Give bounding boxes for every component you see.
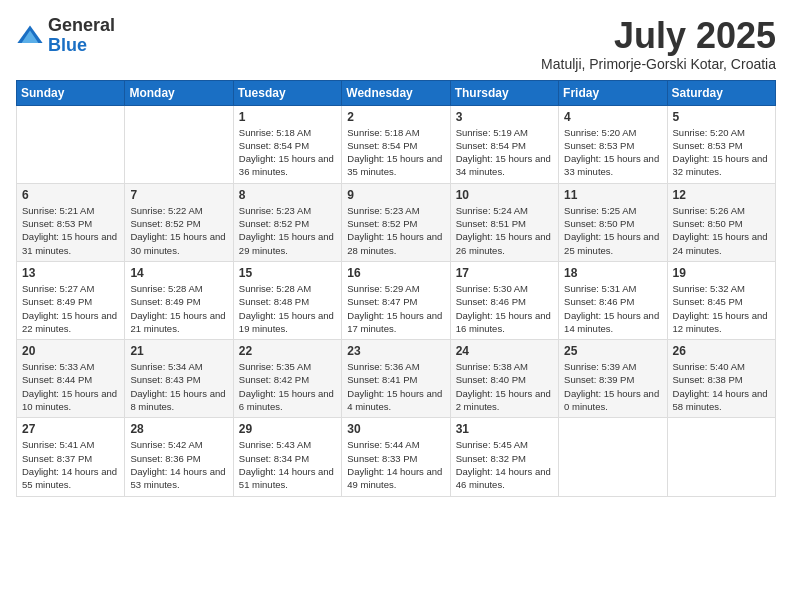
logo-blue: Blue bbox=[48, 36, 115, 56]
day-info: Sunrise: 5:42 AMSunset: 8:36 PMDaylight:… bbox=[130, 438, 227, 491]
calendar-cell: 22Sunrise: 5:35 AMSunset: 8:42 PMDayligh… bbox=[233, 340, 341, 418]
calendar-cell: 26Sunrise: 5:40 AMSunset: 8:38 PMDayligh… bbox=[667, 340, 775, 418]
day-number: 28 bbox=[130, 422, 227, 436]
day-info: Sunrise: 5:31 AMSunset: 8:46 PMDaylight:… bbox=[564, 282, 661, 335]
calendar-week-row: 27Sunrise: 5:41 AMSunset: 8:37 PMDayligh… bbox=[17, 418, 776, 496]
weekday-header: Saturday bbox=[667, 80, 775, 105]
calendar-cell: 8Sunrise: 5:23 AMSunset: 8:52 PMDaylight… bbox=[233, 183, 341, 261]
calendar-week-row: 20Sunrise: 5:33 AMSunset: 8:44 PMDayligh… bbox=[17, 340, 776, 418]
day-info: Sunrise: 5:43 AMSunset: 8:34 PMDaylight:… bbox=[239, 438, 336, 491]
calendar-cell: 21Sunrise: 5:34 AMSunset: 8:43 PMDayligh… bbox=[125, 340, 233, 418]
day-info: Sunrise: 5:40 AMSunset: 8:38 PMDaylight:… bbox=[673, 360, 770, 413]
day-info: Sunrise: 5:23 AMSunset: 8:52 PMDaylight:… bbox=[347, 204, 444, 257]
calendar-cell: 14Sunrise: 5:28 AMSunset: 8:49 PMDayligh… bbox=[125, 261, 233, 339]
day-info: Sunrise: 5:29 AMSunset: 8:47 PMDaylight:… bbox=[347, 282, 444, 335]
day-info: Sunrise: 5:20 AMSunset: 8:53 PMDaylight:… bbox=[673, 126, 770, 179]
calendar-cell: 2Sunrise: 5:18 AMSunset: 8:54 PMDaylight… bbox=[342, 105, 450, 183]
day-number: 10 bbox=[456, 188, 553, 202]
day-info: Sunrise: 5:44 AMSunset: 8:33 PMDaylight:… bbox=[347, 438, 444, 491]
day-info: Sunrise: 5:32 AMSunset: 8:45 PMDaylight:… bbox=[673, 282, 770, 335]
calendar-week-row: 13Sunrise: 5:27 AMSunset: 8:49 PMDayligh… bbox=[17, 261, 776, 339]
day-info: Sunrise: 5:35 AMSunset: 8:42 PMDaylight:… bbox=[239, 360, 336, 413]
day-info: Sunrise: 5:20 AMSunset: 8:53 PMDaylight:… bbox=[564, 126, 661, 179]
calendar-cell: 16Sunrise: 5:29 AMSunset: 8:47 PMDayligh… bbox=[342, 261, 450, 339]
day-info: Sunrise: 5:28 AMSunset: 8:49 PMDaylight:… bbox=[130, 282, 227, 335]
weekday-header-row: SundayMondayTuesdayWednesdayThursdayFrid… bbox=[17, 80, 776, 105]
day-number: 20 bbox=[22, 344, 119, 358]
calendar-cell bbox=[17, 105, 125, 183]
calendar-cell: 10Sunrise: 5:24 AMSunset: 8:51 PMDayligh… bbox=[450, 183, 558, 261]
day-info: Sunrise: 5:25 AMSunset: 8:50 PMDaylight:… bbox=[564, 204, 661, 257]
calendar-cell: 7Sunrise: 5:22 AMSunset: 8:52 PMDaylight… bbox=[125, 183, 233, 261]
day-info: Sunrise: 5:24 AMSunset: 8:51 PMDaylight:… bbox=[456, 204, 553, 257]
day-number: 16 bbox=[347, 266, 444, 280]
day-number: 8 bbox=[239, 188, 336, 202]
day-number: 25 bbox=[564, 344, 661, 358]
calendar-cell: 25Sunrise: 5:39 AMSunset: 8:39 PMDayligh… bbox=[559, 340, 667, 418]
day-info: Sunrise: 5:27 AMSunset: 8:49 PMDaylight:… bbox=[22, 282, 119, 335]
day-info: Sunrise: 5:28 AMSunset: 8:48 PMDaylight:… bbox=[239, 282, 336, 335]
weekday-header: Tuesday bbox=[233, 80, 341, 105]
day-info: Sunrise: 5:23 AMSunset: 8:52 PMDaylight:… bbox=[239, 204, 336, 257]
location-title: Matulji, Primorje-Gorski Kotar, Croatia bbox=[541, 56, 776, 72]
day-info: Sunrise: 5:18 AMSunset: 8:54 PMDaylight:… bbox=[347, 126, 444, 179]
calendar-cell: 30Sunrise: 5:44 AMSunset: 8:33 PMDayligh… bbox=[342, 418, 450, 496]
day-info: Sunrise: 5:39 AMSunset: 8:39 PMDaylight:… bbox=[564, 360, 661, 413]
day-number: 6 bbox=[22, 188, 119, 202]
day-number: 14 bbox=[130, 266, 227, 280]
calendar-week-row: 6Sunrise: 5:21 AMSunset: 8:53 PMDaylight… bbox=[17, 183, 776, 261]
day-number: 17 bbox=[456, 266, 553, 280]
day-info: Sunrise: 5:41 AMSunset: 8:37 PMDaylight:… bbox=[22, 438, 119, 491]
day-number: 3 bbox=[456, 110, 553, 124]
weekday-header: Friday bbox=[559, 80, 667, 105]
calendar-cell: 28Sunrise: 5:42 AMSunset: 8:36 PMDayligh… bbox=[125, 418, 233, 496]
day-number: 2 bbox=[347, 110, 444, 124]
calendar-cell: 12Sunrise: 5:26 AMSunset: 8:50 PMDayligh… bbox=[667, 183, 775, 261]
calendar-cell: 15Sunrise: 5:28 AMSunset: 8:48 PMDayligh… bbox=[233, 261, 341, 339]
weekday-header: Thursday bbox=[450, 80, 558, 105]
calendar-cell: 11Sunrise: 5:25 AMSunset: 8:50 PMDayligh… bbox=[559, 183, 667, 261]
day-number: 11 bbox=[564, 188, 661, 202]
day-number: 1 bbox=[239, 110, 336, 124]
logo-general: General bbox=[48, 16, 115, 36]
day-info: Sunrise: 5:18 AMSunset: 8:54 PMDaylight:… bbox=[239, 126, 336, 179]
calendar-cell: 24Sunrise: 5:38 AMSunset: 8:40 PMDayligh… bbox=[450, 340, 558, 418]
calendar-table: SundayMondayTuesdayWednesdayThursdayFrid… bbox=[16, 80, 776, 497]
day-number: 22 bbox=[239, 344, 336, 358]
calendar-cell: 27Sunrise: 5:41 AMSunset: 8:37 PMDayligh… bbox=[17, 418, 125, 496]
day-info: Sunrise: 5:45 AMSunset: 8:32 PMDaylight:… bbox=[456, 438, 553, 491]
month-title: July 2025 bbox=[541, 16, 776, 56]
day-number: 7 bbox=[130, 188, 227, 202]
day-number: 4 bbox=[564, 110, 661, 124]
day-number: 24 bbox=[456, 344, 553, 358]
day-number: 29 bbox=[239, 422, 336, 436]
calendar-cell: 5Sunrise: 5:20 AMSunset: 8:53 PMDaylight… bbox=[667, 105, 775, 183]
day-info: Sunrise: 5:22 AMSunset: 8:52 PMDaylight:… bbox=[130, 204, 227, 257]
logo-icon bbox=[16, 22, 44, 50]
day-number: 9 bbox=[347, 188, 444, 202]
page-header: General Blue July 2025 Matulji, Primorje… bbox=[16, 16, 776, 72]
day-number: 23 bbox=[347, 344, 444, 358]
calendar-cell: 1Sunrise: 5:18 AMSunset: 8:54 PMDaylight… bbox=[233, 105, 341, 183]
day-number: 18 bbox=[564, 266, 661, 280]
day-number: 26 bbox=[673, 344, 770, 358]
calendar-cell: 4Sunrise: 5:20 AMSunset: 8:53 PMDaylight… bbox=[559, 105, 667, 183]
day-number: 30 bbox=[347, 422, 444, 436]
day-info: Sunrise: 5:19 AMSunset: 8:54 PMDaylight:… bbox=[456, 126, 553, 179]
calendar-cell: 13Sunrise: 5:27 AMSunset: 8:49 PMDayligh… bbox=[17, 261, 125, 339]
day-info: Sunrise: 5:26 AMSunset: 8:50 PMDaylight:… bbox=[673, 204, 770, 257]
calendar-cell: 29Sunrise: 5:43 AMSunset: 8:34 PMDayligh… bbox=[233, 418, 341, 496]
weekday-header: Monday bbox=[125, 80, 233, 105]
calendar-cell: 18Sunrise: 5:31 AMSunset: 8:46 PMDayligh… bbox=[559, 261, 667, 339]
calendar-cell: 17Sunrise: 5:30 AMSunset: 8:46 PMDayligh… bbox=[450, 261, 558, 339]
day-info: Sunrise: 5:30 AMSunset: 8:46 PMDaylight:… bbox=[456, 282, 553, 335]
day-number: 31 bbox=[456, 422, 553, 436]
weekday-header: Sunday bbox=[17, 80, 125, 105]
calendar-cell: 19Sunrise: 5:32 AMSunset: 8:45 PMDayligh… bbox=[667, 261, 775, 339]
calendar-cell: 9Sunrise: 5:23 AMSunset: 8:52 PMDaylight… bbox=[342, 183, 450, 261]
title-block: July 2025 Matulji, Primorje-Gorski Kotar… bbox=[541, 16, 776, 72]
calendar-cell: 31Sunrise: 5:45 AMSunset: 8:32 PMDayligh… bbox=[450, 418, 558, 496]
calendar-cell: 6Sunrise: 5:21 AMSunset: 8:53 PMDaylight… bbox=[17, 183, 125, 261]
calendar-cell bbox=[667, 418, 775, 496]
day-info: Sunrise: 5:21 AMSunset: 8:53 PMDaylight:… bbox=[22, 204, 119, 257]
